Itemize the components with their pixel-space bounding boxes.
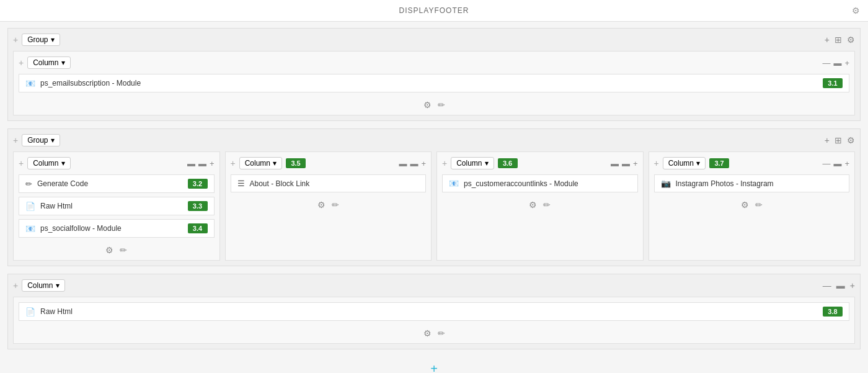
- columns-row-1: + Column ▾ — ▬ + 📧 ps_: [13, 51, 855, 115]
- group-plus-icon-3[interactable]: +: [850, 281, 855, 290]
- col-badge-4: 3.6: [498, 158, 518, 168]
- col-label-2: Column: [33, 159, 58, 168]
- col-dropdown-btn-3[interactable]: Column ▾: [239, 157, 282, 169]
- column-header-left-5: + Column ▾ 3.7: [654, 157, 730, 169]
- col-drag-handle-5[interactable]: +: [654, 158, 659, 168]
- col-footer-gear-3[interactable]: ⚙: [317, 200, 326, 210]
- col-footer-pencil-5[interactable]: ✏: [755, 200, 763, 210]
- group-header-left-3: + Column ▾: [13, 279, 65, 292]
- column-block-6: 📄 Raw Html 3.8 ⚙ ✏: [13, 297, 855, 344]
- col-label-6: Column: [27, 281, 53, 290]
- column-header-4: + Column ▾ 3.6 ▬ ▬ +: [442, 157, 638, 169]
- col-plus-icon-3[interactable]: +: [421, 159, 426, 168]
- col-bars-icon-5[interactable]: ▬: [833, 159, 841, 168]
- col-dropdown-btn-4[interactable]: Column ▾: [451, 157, 494, 169]
- col-minus-icon-5[interactable]: —: [822, 159, 830, 168]
- col-drag-handle-1[interactable]: +: [19, 58, 24, 68]
- col-drag-handle-2[interactable]: +: [19, 158, 24, 168]
- header-gear-icon[interactable]: ⚙: [852, 6, 861, 16]
- group-block-2: + Group ▾ + ⊞ ⚙ + Column: [7, 128, 861, 266]
- col-footer-gear-6[interactable]: ⚙: [423, 328, 432, 338]
- group-dropdown-arrow-2: ▾: [51, 136, 55, 145]
- col-arrow-5: ▾: [696, 159, 700, 168]
- col-plus-icon-4[interactable]: +: [633, 159, 638, 168]
- page-header: DISPLAYFOOTER ⚙: [0, 0, 868, 22]
- column-header-3: + Column ▾ 3.5 ▬ ▬ +: [231, 157, 427, 169]
- module-icon-6: 📧: [449, 179, 459, 188]
- group-add-icon-1[interactable]: +: [825, 35, 830, 45]
- group-bars-icon-3[interactable]: ▬: [836, 281, 845, 290]
- module-item-left-1: 📧 ps_emailsubscription - Module: [25, 79, 141, 88]
- module-icon-8: 📄: [25, 307, 35, 317]
- col-badge-3: 3.5: [286, 158, 306, 168]
- col-minus-icon-3[interactable]: ▬: [399, 159, 407, 168]
- col-dropdown-btn-5[interactable]: Column ▾: [663, 157, 706, 169]
- page-title: DISPLAYFOOTER: [399, 6, 469, 15]
- col-bars-icon-3[interactable]: ▬: [410, 159, 418, 168]
- col-drag-handle-3[interactable]: +: [231, 158, 236, 168]
- column-header-left-3: + Column ▾ 3.5: [231, 157, 306, 169]
- group-header-1: + Group ▾ + ⊞ ⚙: [13, 34, 855, 46]
- col-bars-icon-2[interactable]: ▬: [198, 159, 206, 168]
- group-minus-icon-3[interactable]: —: [823, 281, 831, 290]
- col-footer-pencil-2[interactable]: ✏: [120, 245, 127, 255]
- col-plus-icon-5[interactable]: +: [844, 159, 849, 168]
- col-dropdown-btn-6[interactable]: Column ▾: [22, 279, 64, 292]
- group-block-1: + Group ▾ + ⊞ ⚙ + Column: [7, 28, 861, 121]
- group-drag-handle-1[interactable]: +: [13, 35, 18, 45]
- group-dropdown-btn-2[interactable]: Group ▾: [22, 134, 60, 146]
- col-footer-gear-4[interactable]: ⚙: [529, 200, 537, 210]
- col-label-1: Column: [33, 58, 58, 67]
- col-footer-pencil-3[interactable]: ✏: [332, 200, 339, 210]
- column-header-right-2: ▬ ▬ +: [187, 159, 215, 168]
- col-arrow-3: ▾: [273, 159, 277, 168]
- col-plus-icon-1[interactable]: +: [844, 58, 849, 68]
- group-drag-handle-3[interactable]: +: [13, 281, 18, 290]
- column-footer-5: ⚙ ✏: [654, 196, 850, 210]
- group-add-icon-2[interactable]: +: [825, 135, 830, 145]
- group-grid-icon-2[interactable]: ⊞: [835, 135, 842, 145]
- group-drag-handle-2[interactable]: +: [13, 135, 18, 145]
- group-gear-icon-1[interactable]: ⚙: [847, 35, 855, 45]
- col-minus-icon-2[interactable]: ▬: [187, 159, 195, 168]
- col-arrow-2: ▾: [61, 159, 65, 168]
- module-item-left-7: 📷 Instagram Photos - Instagram: [661, 179, 774, 188]
- col-bars-icon-1[interactable]: ▬: [833, 58, 841, 68]
- group-dropdown-btn-1[interactable]: Group ▾: [22, 34, 60, 46]
- col-badge-5: 3.7: [709, 158, 729, 168]
- main-content: + Group ▾ + ⊞ ⚙ + Column: [0, 22, 868, 373]
- column-header-right-4: ▬ ▬ +: [611, 159, 638, 168]
- module-item-4: 📧 ps_socialfollow - Module 3.4: [19, 219, 215, 238]
- column-footer-3: ⚙ ✏: [231, 196, 427, 210]
- column-block-5: + Column ▾ 3.7 — ▬ + 📷: [649, 151, 856, 261]
- col-minus-icon-1[interactable]: —: [822, 58, 830, 68]
- columns-row-2: + Column ▾ ▬ ▬ + ✏ Gene: [13, 151, 855, 261]
- add-group-button[interactable]: +: [7, 357, 861, 373]
- col-drag-handle-4[interactable]: +: [442, 158, 447, 168]
- col-footer-gear-2[interactable]: ⚙: [105, 245, 113, 255]
- col-plus-icon-2[interactable]: +: [210, 159, 215, 168]
- module-item-left-6: 📧 ps_customeraccountlinks - Module: [449, 179, 578, 188]
- col-dropdown-btn-1[interactable]: Column ▾: [27, 56, 70, 69]
- col-footer-pencil-1[interactable]: ✏: [438, 100, 445, 110]
- col-bars-icon-4[interactable]: ▬: [622, 159, 630, 168]
- module-item-8: 📄 Raw Html 3.8: [19, 302, 849, 321]
- group-header-right-3: — ▬ +: [823, 281, 855, 290]
- col-minus-icon-4[interactable]: ▬: [611, 159, 619, 168]
- group-grid-icon-1[interactable]: ⊞: [835, 35, 842, 45]
- module-label-2: Generate Code: [37, 179, 88, 188]
- group-header-2: + Group ▾ + ⊞ ⚙: [13, 134, 855, 146]
- col-footer-pencil-4[interactable]: ✏: [543, 200, 551, 210]
- column-footer-1: ⚙ ✏: [19, 96, 849, 110]
- module-item-left-2: ✏ Generate Code: [25, 179, 88, 189]
- col-footer-gear-1[interactable]: ⚙: [423, 100, 432, 110]
- col-footer-pencil-6[interactable]: ✏: [438, 328, 445, 338]
- col-dropdown-btn-2[interactable]: Column ▾: [27, 157, 70, 169]
- col-footer-gear-5[interactable]: ⚙: [741, 200, 749, 210]
- module-badge-1: 3.1: [823, 78, 843, 88]
- module-icon-1: 📧: [25, 79, 35, 88]
- group-gear-icon-2[interactable]: ⚙: [847, 135, 855, 145]
- module-label-5: About - Block Link: [250, 179, 310, 188]
- col-label-3: Column: [245, 159, 270, 168]
- module-icon-5: ☰: [237, 179, 245, 188]
